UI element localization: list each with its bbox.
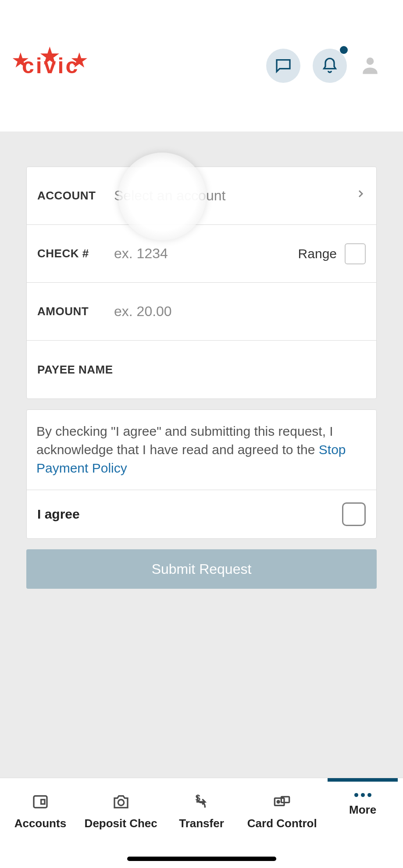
svg-point-2 bbox=[118, 800, 124, 805]
nav-card-label: Card Control bbox=[247, 817, 317, 830]
range-label: Range bbox=[298, 246, 337, 261]
payee-name-row: PAYEE NAME bbox=[27, 341, 376, 398]
disclosure-prefix: By checking "I agree" and submitting thi… bbox=[36, 424, 333, 457]
check-number-row: CHECK # ex. 1234 Range bbox=[27, 225, 376, 283]
payee-name-label: PAYEE NAME bbox=[37, 363, 113, 377]
notification-dot-icon bbox=[340, 46, 348, 54]
star-icon: ★ bbox=[12, 50, 31, 71]
range-checkbox[interactable] bbox=[345, 243, 366, 264]
chat-icon bbox=[275, 57, 292, 75]
nav-accounts[interactable]: Accounts bbox=[0, 778, 81, 868]
amount-input[interactable]: ex. 20.00 bbox=[114, 303, 366, 320]
nav-transfer-label: Transfer bbox=[179, 817, 224, 830]
profile-icon bbox=[359, 54, 381, 76]
nav-deposit-label: Deposit Chec bbox=[85, 817, 157, 830]
nav-transfer[interactable]: $ Transfer bbox=[161, 778, 242, 868]
brand-logo: ★ ★ ★ civic bbox=[22, 53, 79, 78]
logo-stars: ★ ★ ★ bbox=[11, 43, 91, 69]
check-number-input[interactable]: ex. 1234 bbox=[114, 245, 298, 262]
svg-text:$: $ bbox=[196, 793, 200, 803]
bell-icon bbox=[321, 57, 339, 75]
nav-deposit-check[interactable]: Deposit Chec bbox=[81, 778, 161, 868]
disclosure-text: By checking "I agree" and submitting thi… bbox=[27, 410, 376, 490]
profile-button[interactable] bbox=[359, 54, 381, 78]
account-select-value: Select an account bbox=[114, 188, 355, 204]
nav-more[interactable]: More bbox=[322, 778, 403, 868]
submit-request-button[interactable]: Submit Request bbox=[26, 549, 377, 589]
nav-active-indicator bbox=[328, 778, 398, 782]
agree-checkbox[interactable] bbox=[342, 502, 366, 526]
nav-accounts-label: Accounts bbox=[14, 817, 66, 830]
stop-payment-form: ACCOUNT Select an account CHECK # ex. 12… bbox=[26, 167, 377, 399]
check-number-label: CHECK # bbox=[37, 247, 114, 260]
amount-label: AMOUNT bbox=[37, 305, 114, 318]
camera-icon bbox=[112, 793, 130, 811]
header-actions bbox=[266, 49, 381, 83]
svg-rect-1 bbox=[41, 800, 45, 804]
home-indicator bbox=[127, 857, 276, 861]
accounts-icon bbox=[32, 793, 49, 811]
star-icon: ★ bbox=[40, 43, 61, 69]
transfer-icon: $ bbox=[193, 793, 210, 811]
main-content: ACCOUNT Select an account CHECK # ex. 12… bbox=[0, 132, 403, 778]
bottom-nav: Accounts Deposit Chec $ Transfer Card Co… bbox=[0, 778, 403, 868]
nav-more-label: More bbox=[349, 803, 376, 817]
agreement-card: By checking "I agree" and submitting thi… bbox=[26, 409, 377, 539]
more-icon bbox=[354, 793, 371, 797]
account-label: ACCOUNT bbox=[37, 189, 114, 203]
app-header: ★ ★ ★ civic bbox=[0, 0, 403, 132]
svg-point-6 bbox=[277, 801, 279, 803]
amount-row: AMOUNT ex. 20.00 bbox=[27, 283, 376, 341]
notifications-button[interactable] bbox=[313, 49, 347, 83]
messages-button[interactable] bbox=[266, 49, 300, 83]
range-toggle: Range bbox=[298, 243, 366, 264]
agree-label: I agree bbox=[37, 507, 80, 522]
agree-row: I agree bbox=[27, 490, 376, 538]
account-row[interactable]: ACCOUNT Select an account bbox=[27, 167, 376, 225]
nav-card-controls[interactable]: Card Control bbox=[242, 778, 322, 868]
card-controls-icon bbox=[273, 793, 291, 811]
star-icon: ★ bbox=[71, 50, 89, 71]
chevron-right-icon bbox=[355, 186, 366, 206]
